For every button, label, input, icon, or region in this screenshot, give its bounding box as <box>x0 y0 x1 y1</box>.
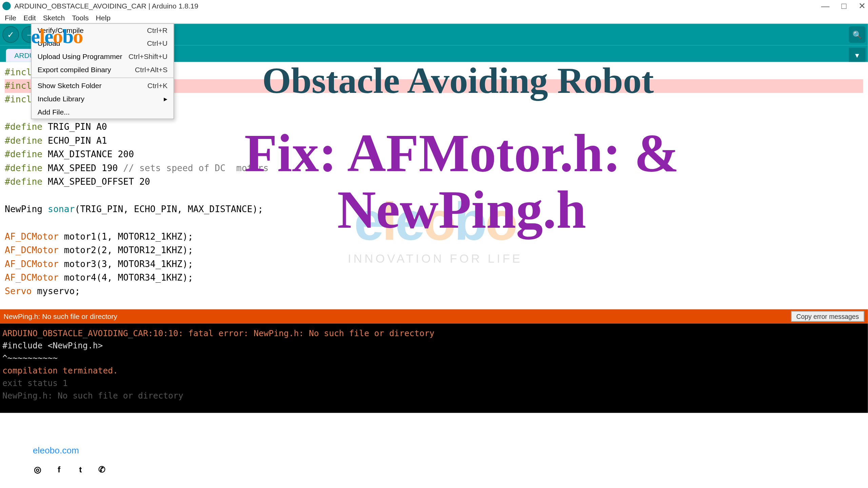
serial-monitor-button[interactable]: 🔍 <box>849 26 865 43</box>
window-title: ARDUINO_OBSTACLE_AVOIDING_CAR | Arduino … <box>14 2 198 10</box>
status-message: NewPing.h: No such file or directory <box>4 312 117 321</box>
maximize-icon[interactable]: □ <box>841 1 846 11</box>
whatsapp-icon[interactable]: ✆ <box>94 462 110 477</box>
output-console[interactable]: ARDUINO_OBSTACLE_AVOIDING_CAR:10:10: fat… <box>0 324 868 413</box>
close-icon[interactable]: ✕ <box>859 1 866 11</box>
menu-edit[interactable]: Edit <box>20 14 39 22</box>
instagram-icon[interactable]: ◎ <box>30 462 45 477</box>
menu-tools[interactable]: Tools <box>68 14 92 22</box>
menubar: File Edit Sketch Tools Help <box>0 12 868 24</box>
video-title-text: Obstacle Avoiding Robot <box>262 60 654 102</box>
menu-separator <box>32 78 173 78</box>
footer-url: eleobo.com <box>33 445 79 455</box>
social-icons: ◎ f t ✆ <box>30 462 110 477</box>
console-line: compilation terminated. <box>2 365 866 377</box>
menu-help[interactable]: Help <box>92 14 114 22</box>
console-line: NewPing.h: No such file or directory <box>2 390 866 402</box>
facebook-icon[interactable]: f <box>51 462 67 477</box>
console-line: exit status 1 <box>2 377 866 390</box>
console-line: ARDUINO_OBSTACLE_AVOIDING_CAR:10:10: fat… <box>2 327 866 340</box>
app-icon <box>2 2 11 10</box>
menu-sketch[interactable]: Sketch <box>39 14 68 22</box>
status-bar: NewPing.h: No such file or directory Cop… <box>0 309 868 323</box>
menu-upload-programmer[interactable]: Upload Using ProgrammerCtrl+Shift+U <box>32 50 173 63</box>
twitter-icon[interactable]: t <box>73 462 88 477</box>
eleobo-logo-overlay: eleobo <box>31 25 138 48</box>
tab-menu-button[interactable]: ▾ <box>849 48 865 62</box>
submenu-arrow-icon: ▸ <box>164 95 167 103</box>
copy-error-button[interactable]: Copy error messages <box>791 311 865 322</box>
console-line: ^~~~~~~~~~~ <box>2 352 866 365</box>
menu-add-file[interactable]: Add File... <box>32 105 173 119</box>
minimize-icon[interactable]: — <box>821 1 830 11</box>
console-line: #include <NewPing.h> <box>2 340 866 352</box>
menu-export-binary[interactable]: Export compiled BinaryCtrl+Alt+S <box>32 63 173 76</box>
video-subtitle-text: Fix: AFMotor.h: & NewPing.h <box>244 125 679 238</box>
menu-show-sketch-folder[interactable]: Show Sketch FolderCtrl+K <box>32 79 173 93</box>
menu-file[interactable]: File <box>1 14 20 22</box>
verify-button[interactable]: ✓ <box>2 26 19 43</box>
window-titlebar: ARDUINO_OBSTACLE_AVOIDING_CAR | Arduino … <box>0 0 868 12</box>
menu-include-library[interactable]: Include Library▸ <box>32 92 173 105</box>
